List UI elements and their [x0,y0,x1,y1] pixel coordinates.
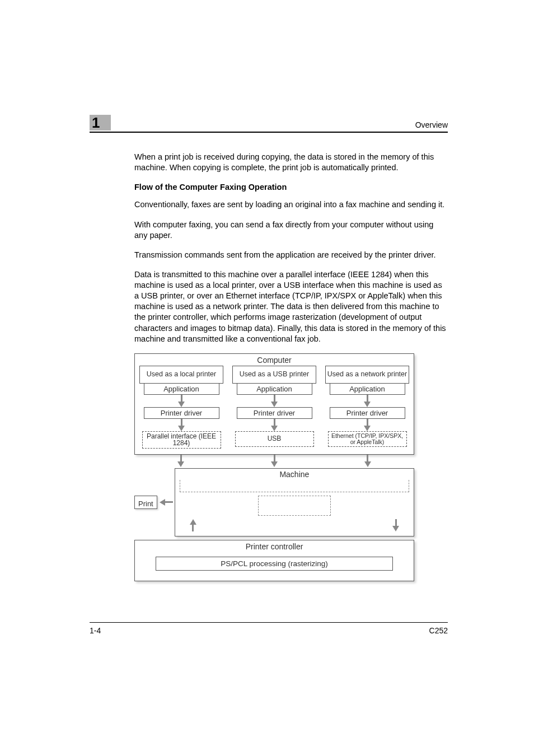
header-title: Overview [415,120,448,130]
arrow-down-icon [364,461,371,467]
controller-box: Printer controller PS/PCL processing (ra… [134,540,414,581]
machine-box: Machine [175,468,414,536]
machine-label: Machine [179,470,410,479]
paragraph-4: Data is transmitted to this machine over… [134,269,448,344]
col-local-app: Application [144,383,219,395]
page-header: 1 Overview [90,115,448,133]
paragraph-2: With computer faxing, you can send a fax… [134,220,448,241]
arrow-down-icon [178,402,185,407]
col-local-driver: Printer driver [144,407,219,419]
col-usb-title: Used as a USB printer [232,366,316,384]
page-footer: 1-4 C252 [90,622,448,635]
body-text: When a print job is received during copy… [134,152,448,344]
arrow-down-icon [392,526,399,531]
paragraph-3: Transmission commands sent from the appl… [134,250,448,260]
section-heading: Flow of the Computer Faxing Operation [134,182,448,193]
col-net-app: Application [330,383,405,395]
computer-box: Computer Used as a local printer Applica… [134,353,414,455]
arrow-down-icon [364,402,371,407]
flow-diagram: Computer Used as a local printer Applica… [134,353,414,581]
chapter-number: 1 [92,114,100,132]
chapter-number-box: 1 [90,115,111,130]
machine-dashed-rail [180,480,409,492]
arrow-down-icon [177,461,184,467]
print-box: Print [134,496,157,509]
arrow-down-icon [178,426,185,431]
arrow-up-icon [190,519,196,525]
col-usb-app: Application [237,383,312,395]
col-net-driver: Printer driver [330,407,405,419]
machine-inner-dashed [258,496,331,516]
arrow-down-icon [271,402,278,407]
col-usb-iface: USB [235,431,314,447]
col-usb-driver: Printer driver [237,407,312,419]
col-net-title: Used as a network printer [325,366,409,384]
col-local-title: Used as a local printer [139,366,223,384]
controller-inner: PS/PCL processing (rasterizing) [156,557,393,571]
arrow-left-icon [160,499,165,506]
col-net-iface: Ethernet (TCP/IP, IPX/SPX, or AppleTalk) [328,431,407,447]
arrow-down-icon [271,461,278,467]
footer-model: C252 [429,626,448,635]
column-usb: Used as a USB printer Application Printe… [232,366,316,449]
col-local-iface: Parallel interface (IEEE 1284) [142,431,221,449]
footer-page-number: 1-4 [90,626,101,635]
column-network: Used as a network printer Application Pr… [325,366,409,449]
paragraph-1: Conventionally, faxes are sent by loadin… [134,199,448,210]
arrow-down-icon [271,426,278,431]
arrow-down-icon [364,426,371,431]
computer-label: Computer [139,356,409,365]
column-local: Used as a local printer Application Prin… [139,366,223,449]
intro-paragraph: When a print job is received during copy… [134,152,448,173]
controller-label: Printer controller [139,542,409,551]
